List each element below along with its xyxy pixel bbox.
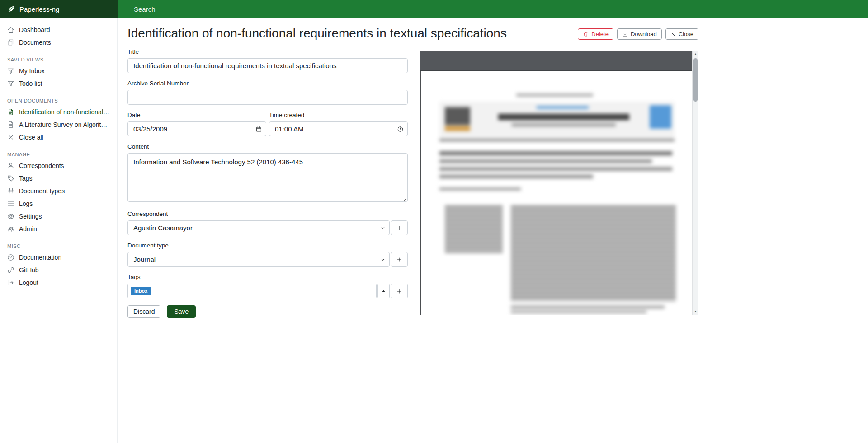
date-field-group: Date bbox=[127, 112, 266, 136]
list-icon bbox=[7, 200, 14, 207]
sidebar-item-logout[interactable]: Logout bbox=[0, 276, 117, 289]
search-bar bbox=[118, 0, 868, 18]
logout-icon bbox=[7, 279, 14, 286]
delete-button[interactable]: Delete bbox=[578, 28, 613, 40]
sidebar-item-label: Documents bbox=[19, 39, 51, 46]
save-button-label: Save bbox=[174, 308, 189, 315]
sidebar-item-label: My Inbox bbox=[19, 67, 45, 75]
sidebar-item-label: Close all bbox=[19, 134, 43, 141]
sidebar-item-documentation[interactable]: Documentation bbox=[0, 251, 117, 264]
leaf-logo-icon bbox=[7, 5, 15, 13]
sidebar-item-logs[interactable]: Logs bbox=[0, 197, 117, 210]
correspondent-label: Correspondent bbox=[127, 210, 408, 217]
date-input[interactable] bbox=[127, 121, 266, 136]
page-title: Identification of non-functional require… bbox=[127, 26, 507, 41]
sidebar-open-document-1[interactable]: Identification of non-functional require… bbox=[0, 106, 117, 118]
question-circle-icon bbox=[7, 254, 14, 261]
sidebar-section-saved-views: SAVED VIEWS bbox=[0, 55, 117, 65]
time-field-group: Time created bbox=[269, 112, 408, 136]
people-icon bbox=[7, 225, 14, 233]
tags-collapse-button[interactable] bbox=[377, 284, 390, 298]
content-field-group: Content Information and Software Technol… bbox=[127, 143, 408, 204]
pdf-preview: ▲ ▼ bbox=[420, 51, 698, 315]
brand[interactable]: Paperless-ng bbox=[0, 0, 118, 18]
sidebar-item-correspondents[interactable]: Correspondents bbox=[0, 159, 117, 172]
sidebar-open-document-2[interactable]: A Literature Survey on Algorithms for Mu… bbox=[0, 118, 117, 131]
files-icon bbox=[7, 39, 14, 46]
sidebar-item-label: A Literature Survey on Algorithms for Mu… bbox=[19, 121, 110, 128]
sidebar-section-misc: MISC bbox=[0, 241, 117, 251]
sidebar-item-github[interactable]: GitHub bbox=[0, 264, 117, 276]
title-field-group: Title bbox=[127, 48, 408, 73]
caret-up-icon bbox=[381, 289, 386, 294]
trash-icon bbox=[583, 31, 589, 37]
correspondent-field-group: Correspondent Agustin Casamayor bbox=[127, 210, 408, 235]
pdf-toolbar bbox=[420, 51, 692, 71]
date-label: Date bbox=[127, 112, 266, 118]
sidebar-item-close-all[interactable]: Close all bbox=[0, 131, 117, 144]
download-button-label: Download bbox=[631, 31, 657, 37]
house-icon bbox=[7, 26, 14, 33]
funnel-icon bbox=[7, 80, 14, 87]
tags-field-group: Tags Inbox bbox=[127, 274, 408, 298]
sidebar-item-document-types[interactable]: Document types bbox=[0, 185, 117, 197]
search-input[interactable] bbox=[134, 5, 574, 13]
file-text-icon bbox=[7, 108, 14, 116]
scroll-thumb[interactable] bbox=[693, 58, 698, 102]
brand-label: Paperless-ng bbox=[19, 5, 59, 13]
sidebar-item-label: Admin bbox=[19, 225, 37, 233]
close-button[interactable]: Close bbox=[665, 28, 698, 40]
sidebar-item-label: Dashboard bbox=[19, 26, 50, 33]
asn-input[interactable] bbox=[127, 90, 408, 105]
sidebar-item-dashboard[interactable]: Dashboard bbox=[0, 23, 117, 36]
asn-label: Archive Serial Number bbox=[127, 80, 408, 87]
content-label: Content bbox=[127, 143, 408, 150]
funnel-icon bbox=[7, 67, 14, 75]
download-icon bbox=[622, 31, 628, 37]
pdf-page-blurred-content bbox=[421, 71, 692, 315]
link-icon bbox=[7, 266, 14, 274]
add-correspondent-button[interactable] bbox=[391, 220, 408, 235]
content-textarea[interactable]: Information and Software Technology 52 (… bbox=[127, 153, 408, 202]
scroll-down-arrow[interactable]: ▼ bbox=[693, 308, 698, 315]
correspondent-select[interactable]: Agustin Casamayor bbox=[127, 220, 390, 235]
document-type-label: Document type bbox=[127, 242, 408, 249]
sidebar-item-my-inbox[interactable]: My Inbox bbox=[0, 65, 117, 77]
document-type-select[interactable]: Journal bbox=[127, 252, 390, 267]
document-type-field-group: Document type Journal bbox=[127, 242, 408, 267]
document-edit-form: Title Archive Serial Number Date Time cr… bbox=[127, 48, 408, 318]
sidebar-section-manage: MANAGE bbox=[0, 149, 117, 159]
sidebar-item-label: Tags bbox=[19, 175, 33, 182]
pdf-viewport[interactable] bbox=[420, 71, 692, 315]
sidebar-item-label: GitHub bbox=[19, 266, 39, 274]
add-tag-button[interactable] bbox=[391, 284, 408, 298]
time-created-input[interactable] bbox=[269, 121, 408, 136]
tag-icon bbox=[7, 175, 14, 182]
title-input[interactable] bbox=[127, 58, 408, 73]
pdf-scrollbar[interactable]: ▲ ▼ bbox=[692, 51, 698, 315]
download-button[interactable]: Download bbox=[617, 28, 662, 40]
sidebar-item-settings[interactable]: Settings bbox=[0, 210, 117, 223]
close-icon bbox=[670, 32, 676, 37]
date-time-row: Date Time created bbox=[127, 112, 408, 136]
tags-input[interactable]: Inbox bbox=[127, 284, 377, 298]
sidebar-item-label: Correspondents bbox=[19, 162, 64, 169]
sidebar-item-label: Documentation bbox=[19, 254, 61, 261]
sidebar-item-admin[interactable]: Admin bbox=[0, 223, 117, 235]
discard-button[interactable]: Discard bbox=[127, 305, 160, 318]
plus-icon bbox=[396, 225, 402, 231]
sidebar-item-documents[interactable]: Documents bbox=[0, 36, 117, 49]
sidebar-section-open-documents: OPEN DOCUMENTS bbox=[0, 96, 117, 106]
sidebar-item-todo-list[interactable]: Todo list bbox=[0, 77, 117, 90]
scroll-up-arrow[interactable]: ▲ bbox=[693, 51, 698, 57]
sidebar-item-label: Logs bbox=[19, 200, 33, 207]
document-actions: Delete Download Close bbox=[578, 28, 698, 40]
delete-button-label: Delete bbox=[591, 31, 609, 37]
sidebar-item-tags[interactable]: Tags bbox=[0, 172, 117, 185]
save-button[interactable]: Save bbox=[167, 305, 196, 318]
discard-button-label: Discard bbox=[133, 308, 155, 315]
add-document-type-button[interactable] bbox=[391, 252, 408, 267]
hash-icon bbox=[7, 187, 14, 195]
gear-icon bbox=[7, 213, 14, 220]
tag-chip-inbox[interactable]: Inbox bbox=[131, 287, 151, 295]
